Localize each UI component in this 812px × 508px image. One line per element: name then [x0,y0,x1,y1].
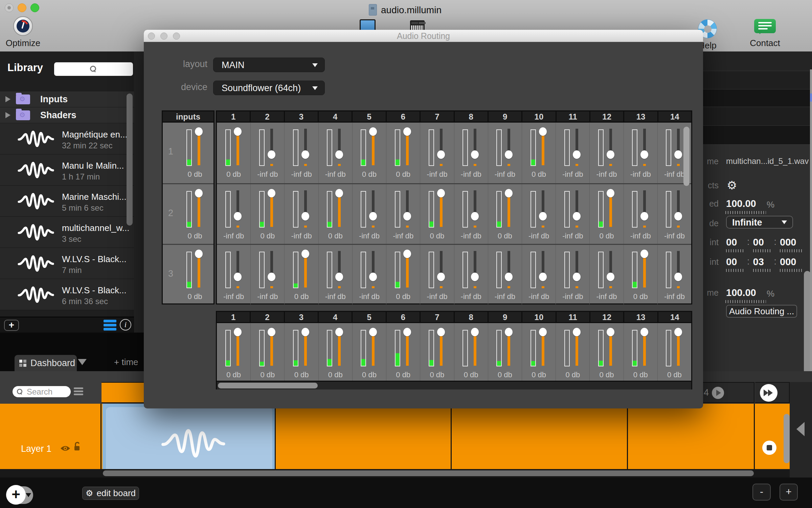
fader-track[interactable] [198,132,200,165]
fader-track[interactable] [372,333,375,366]
routing-cell[interactable]: 0 db [176,123,213,183]
fader-knob[interactable] [369,273,377,281]
mode-dropdown[interactable]: Infinite [726,216,793,229]
empty-clip-slot[interactable] [277,404,452,469]
fader-knob[interactable] [640,150,648,159]
outpoint-millis[interactable]: 000 [780,256,802,272]
routing-cell[interactable]: -inf db [420,245,454,304]
routing-cell[interactable]: 0 db [217,123,251,183]
fader-track[interactable] [609,333,612,366]
fader-track[interactable] [643,333,646,366]
volume-fader[interactable] [236,129,240,166]
volume-fader[interactable] [677,129,680,166]
routing-cell[interactable]: 0 db [353,323,386,381]
volume-fader[interactable] [304,129,307,166]
routing-cell[interactable]: 0 db [386,123,420,183]
fader-knob[interactable] [539,127,547,136]
fader-knob[interactable] [403,212,411,220]
routing-cell[interactable]: 0 db [590,323,624,381]
volume-fader[interactable] [439,129,443,166]
fader-track[interactable] [236,333,239,366]
volume-fader[interactable] [507,190,511,228]
routing-cell[interactable]: 0 db [488,323,522,381]
volume-fader[interactable] [473,129,477,166]
routing-cell[interactable]: 0 db [386,323,420,381]
fader-knob[interactable] [335,273,343,281]
fader-knob[interactable] [335,328,343,336]
fader-knob[interactable] [301,328,309,336]
volume-fader[interactable] [507,251,511,288]
routing-cell[interactable]: -inf db [624,184,658,244]
matrix-horizontal-scrollbar[interactable] [217,381,691,389]
routing-cell[interactable]: 0 db [176,184,213,244]
fader-knob[interactable] [505,273,513,281]
fader-knob[interactable] [505,328,513,336]
volume-fader[interactable] [439,329,443,366]
fader-knob[interactable] [539,328,547,336]
fader-knob[interactable] [607,150,614,159]
routing-cell[interactable]: -inf db [251,123,285,183]
routing-cell[interactable]: 0 db [624,323,658,381]
fader-knob[interactable] [437,328,445,336]
chevron-left-icon[interactable] [796,422,805,436]
routing-cell[interactable]: 0 db [624,245,658,304]
fader-knob[interactable] [674,212,682,220]
volume-fader[interactable] [304,190,307,228]
fader-knob[interactable] [505,189,513,197]
volume-fader[interactable] [473,251,477,288]
routing-cell[interactable]: 0 db [590,184,624,244]
fader-track[interactable] [198,254,200,288]
volume-fader[interactable] [609,190,612,228]
fader-track[interactable] [198,194,200,227]
routing-cell[interactable]: 0 db [420,323,454,381]
volume-fader[interactable] [575,329,579,366]
volume-fader[interactable] [643,329,646,366]
fader-knob[interactable] [335,189,343,197]
fader-track[interactable] [338,333,341,366]
layer-header[interactable]: Layer 1 [0,404,102,469]
fader-knob[interactable] [607,328,614,336]
lane-vertical-scrollbar[interactable] [784,414,790,463]
volume-fader[interactable] [371,329,375,366]
volume-fader[interactable] [236,329,240,366]
device-dropdown[interactable]: Soundflower (64ch) [213,81,325,95]
routing-cell[interactable]: 0 db [522,323,556,381]
routing-cell[interactable]: -inf db [386,184,420,244]
fader-knob[interactable] [607,189,614,197]
routing-cell[interactable]: -inf db [590,123,624,183]
routing-cell[interactable]: 0 db [251,184,285,244]
volume-fader[interactable] [371,129,375,166]
fader-knob[interactable] [234,212,242,220]
fader-track[interactable] [270,194,273,227]
fader-knob[interactable] [539,212,547,220]
tab-dashboard[interactable]: Dashboard [15,355,77,371]
scrollbar-thumb[interactable] [103,470,754,476]
effects-gear-icon[interactable]: ⚙ [727,178,737,192]
library-folder-row[interactable]: Shaders [0,107,134,123]
fader-knob[interactable] [505,150,513,159]
volume-fader[interactable] [677,190,680,228]
scrollbar-thumb[interactable] [218,383,318,388]
fader-track[interactable] [542,132,544,165]
fader-knob[interactable] [369,127,377,136]
fader-track[interactable] [406,333,409,366]
volume-fader[interactable] [541,129,545,166]
volume-fader[interactable] [609,129,612,166]
volume-slider-ticks[interactable] [725,300,766,303]
volume-fader[interactable] [575,129,579,166]
close-window-button[interactable] [5,3,14,12]
disclosure-triangle-icon[interactable] [5,96,10,102]
library-item[interactable]: W.LV.S - Black... 6 min 36 sec [0,279,134,310]
volume-fader[interactable] [677,251,680,288]
volume-fader[interactable] [507,129,511,166]
volume-fader[interactable] [575,251,579,288]
volume-fader[interactable] [575,190,579,228]
volume-fader[interactable] [406,190,409,228]
volume-fader[interactable] [236,251,240,288]
library-item[interactable]: Manu le Malin... 1 h 17 min [0,154,134,186]
volume-fader[interactable] [371,251,375,288]
timeline-search-input[interactable]: Search [13,386,71,397]
volume-fader[interactable] [304,251,307,288]
fader-knob[interactable] [674,328,682,336]
volume-fader[interactable] [338,129,341,166]
